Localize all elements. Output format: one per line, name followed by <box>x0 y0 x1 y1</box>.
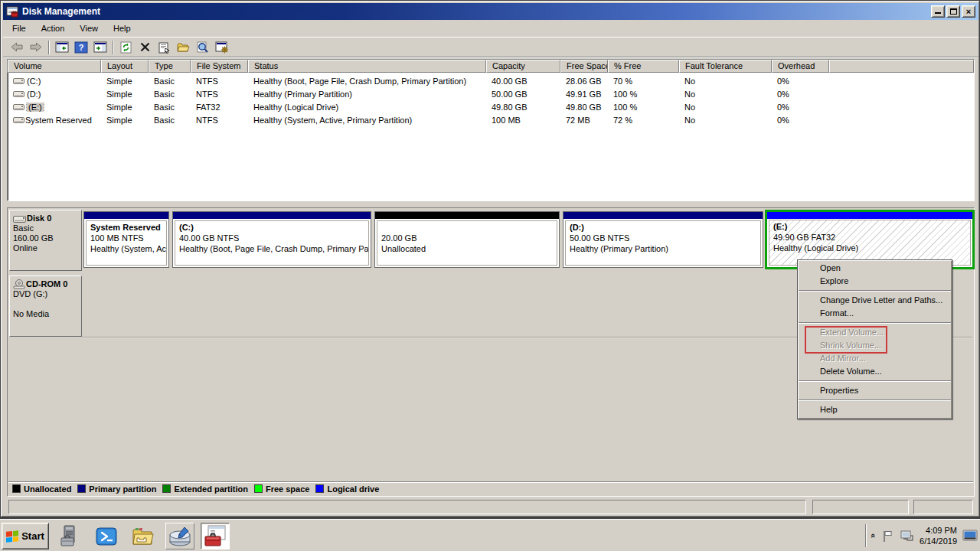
menu-help[interactable]: Help <box>106 22 139 35</box>
primary-partition-stripe <box>173 212 371 219</box>
cell-layout: Simple <box>101 77 149 86</box>
show-hidden-icons-chevron[interactable]: « <box>869 533 878 538</box>
taskbar-icon-powershell[interactable] <box>92 523 121 549</box>
cell-status: Healthy (System, Active, Primary Partiti… <box>248 116 486 125</box>
svg-text:?: ? <box>78 43 83 52</box>
properties-button[interactable] <box>155 39 174 56</box>
column-header-fault-tolerance[interactable]: Fault Tolerance <box>679 60 772 73</box>
display-icon[interactable] <box>962 530 978 543</box>
taskbar-icon-server-manager[interactable] <box>55 523 84 549</box>
volume-name: (D:) <box>27 90 41 99</box>
menu-file[interactable]: File <box>8 22 34 35</box>
menu-item-explore[interactable]: Explore <box>798 275 952 288</box>
disk0-size: 160.00 GB <box>13 233 79 243</box>
magnifier-icon <box>196 41 209 54</box>
menu-item-help[interactable]: Help <box>798 403 952 416</box>
taskbar-icon-mmc-console[interactable] <box>201 523 230 549</box>
cell-file-system: NTFS <box>191 90 248 99</box>
tray-clock[interactable]: 4:09 PM 6/14/2019 <box>920 525 957 546</box>
delete-button[interactable] <box>136 39 155 56</box>
partition-c[interactable]: (C:) 40.00 GB NTFS Healthy (Boot, Page F… <box>172 211 371 268</box>
volume-name: System Reserved <box>25 116 92 125</box>
partition-d[interactable]: (D:) 50.00 GB NTFS Healthy (Primary Part… <box>563 211 763 268</box>
cell-type: Basic <box>149 103 191 112</box>
column-header-pct-free[interactable]: % Free <box>608 60 679 73</box>
window-title: Disk Management <box>22 6 100 17</box>
cell-status: Healthy (Logical Drive) <box>248 103 486 112</box>
open-folder-icon <box>177 41 191 53</box>
toolbar: ? <box>3 37 978 57</box>
maximize-icon <box>950 8 957 15</box>
volume-icon <box>13 103 24 111</box>
menu-separator <box>799 380 951 382</box>
menu-view[interactable]: View <box>72 22 106 35</box>
disk-icon <box>13 214 26 223</box>
find-button[interactable] <box>193 39 212 56</box>
menu-item-format[interactable]: Format... <box>798 307 952 320</box>
forward-button[interactable] <box>26 39 45 56</box>
legend-primary-partition: Primary partition <box>77 484 156 494</box>
close-button[interactable]: × <box>962 5 975 18</box>
taskbar-icon-explorer[interactable] <box>129 523 158 549</box>
legend-swatch-primary <box>77 484 86 493</box>
cell-fault-tolerance: No <box>679 77 772 86</box>
menu-item-change-drive-letter[interactable]: Change Drive Letter and Paths... <box>798 294 952 307</box>
column-header-volume[interactable]: Volume <box>8 60 101 73</box>
column-header-filler <box>829 60 974 73</box>
show-console-tree-button[interactable] <box>52 39 71 56</box>
help-button[interactable]: ? <box>71 39 90 56</box>
column-header-type[interactable]: Type <box>149 60 191 73</box>
partition-status: Healthy (Logical Drive) <box>773 243 970 253</box>
partition-size: 100 MB NTFS <box>90 233 166 243</box>
table-row-e-selected[interactable]: (E:) Simple Basic FAT32 Healthy (Logical… <box>8 100 974 113</box>
column-header-capacity[interactable]: Capacity <box>486 60 560 73</box>
menu-item-open[interactable]: Open <box>798 262 952 275</box>
show-action-pane-button[interactable] <box>90 39 109 56</box>
refresh-icon <box>119 41 132 54</box>
table-row-d[interactable]: (D:) Simple Basic NTFS Healthy (Primary … <box>8 87 974 100</box>
cell-pct-free: 72 % <box>608 116 679 125</box>
primary-partition-stripe <box>564 212 763 219</box>
disk0-label[interactable]: Disk 0 Basic 160.00 GB Online <box>9 210 82 271</box>
menu-action[interactable]: Action <box>34 22 73 35</box>
network-icon[interactable] <box>900 530 914 543</box>
cdrom-label[interactable]: CD-ROM 0 DVD (G:) No Media <box>9 276 82 337</box>
console-tree-icon <box>55 41 69 53</box>
logical-drive-stripe <box>767 212 972 219</box>
table-row-system-reserved[interactable]: System Reserved Simple Basic NTFS Health… <box>8 113 974 126</box>
windows-flag-icon <box>6 530 18 543</box>
cell-file-system: NTFS <box>191 77 248 86</box>
table-row-c[interactable]: (C:) Simple Basic NTFS Healthy (Boot, Pa… <box>8 74 974 87</box>
system-tray: « 4:09 PM 6/14/2019 <box>865 522 978 549</box>
action-center-flag-icon[interactable] <box>881 530 894 543</box>
status-bar-panel <box>913 500 973 514</box>
volume-icon <box>13 77 24 85</box>
partition-title: System Reserved <box>90 222 166 233</box>
legend-label: Logical drive <box>327 484 379 494</box>
partition-unallocated[interactable]: 20.00 GB Unallocated <box>374 211 560 268</box>
menu-item-properties[interactable]: Properties <box>798 384 952 397</box>
menu-item-delete-volume[interactable]: Delete Volume... <box>798 365 952 378</box>
column-header-overhead[interactable]: Overhead <box>772 60 829 73</box>
legend-label: Unallocated <box>24 484 71 494</box>
open-button[interactable] <box>174 39 193 56</box>
partition-title: (D:) <box>570 222 760 233</box>
cdrom-drive: DVD (G:) <box>13 289 79 299</box>
column-header-status[interactable]: Status <box>248 60 486 73</box>
back-button[interactable] <box>7 39 26 56</box>
minimize-button[interactable] <box>931 5 945 18</box>
taskbar-icon-disk-management[interactable] <box>165 523 194 549</box>
title-bar[interactable]: Disk Management × <box>3 3 978 20</box>
column-header-file-system[interactable]: File System <box>191 60 248 73</box>
legend-swatch-free-space <box>254 484 263 493</box>
partition-system-reserved[interactable]: System Reserved 100 MB NTFS Healthy (Sys… <box>83 211 169 268</box>
volume-name-selected: (E:) <box>27 103 44 112</box>
start-button[interactable]: Start <box>2 523 49 549</box>
column-header-free-space[interactable]: Free Space <box>560 60 608 73</box>
cell-free-space: 49.80 GB <box>560 103 608 112</box>
maximize-button[interactable] <box>946 5 960 18</box>
legend-label: Extended partition <box>174 484 248 494</box>
column-header-layout[interactable]: Layout <box>101 60 149 73</box>
refresh-button[interactable] <box>116 39 136 56</box>
console-options-button[interactable] <box>212 39 231 56</box>
